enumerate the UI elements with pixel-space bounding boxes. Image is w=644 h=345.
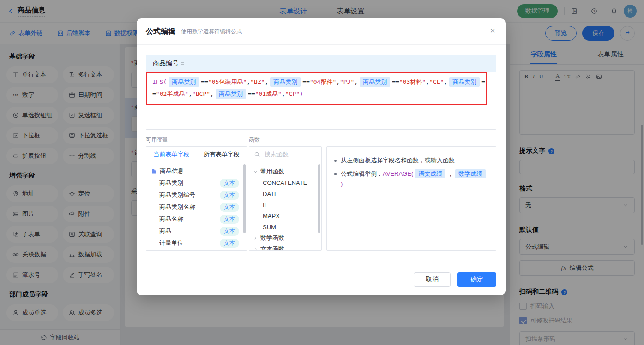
function-item[interactable]: DATE [253,188,318,199]
type-badge: 文本 [220,227,239,236]
example-field-token[interactable]: 语文成绩 [415,169,445,178]
field-token[interactable]: 商品类别 [169,77,199,87]
type-badge: 文本 [220,179,239,188]
function-item[interactable]: MAPX [253,210,318,221]
variables-label: 可用变量 [146,136,247,143]
variable-row[interactable]: 商品类别编号 文本 [151,189,243,201]
functions-panel: 常用函数 CONCATENATEDATEIFMAPXSUM 数学函数 文本函数 [249,146,322,251]
function-group[interactable]: 常用函数 [253,166,318,177]
formula-target: 商品编号 = [146,55,496,72]
field-token[interactable]: 商品类别 [270,77,301,87]
variable-row[interactable]: 商品类别 文本 [151,177,243,189]
field-token[interactable]: 商品类别 [360,77,390,87]
chevron-right-icon [253,247,258,251]
modal-subtitle: 使用数学运算符编辑公式 [181,28,242,36]
type-badge: 文本 [220,203,239,212]
formula-input[interactable]: IFS(商品类别=="05包装用品","BZ",商品类别=="04配件","PJ… [146,72,496,129]
function-group[interactable]: 数学函数 [253,232,318,244]
variables-scrollbar[interactable] [243,164,246,233]
function-item[interactable]: SUM [253,221,318,232]
functions-scrollbar[interactable] [318,164,320,233]
cancel-button[interactable]: 取消 [414,272,451,287]
chevron-down-icon [253,169,258,174]
type-badge: 文本 [220,191,239,200]
close-icon[interactable]: × [490,26,495,35]
type-badge: 文本 [220,239,239,248]
form-doc-icon [151,168,157,174]
tab-all-form-fields[interactable]: 所有表单字段 [197,150,247,159]
functions-label: 函数 [249,136,322,143]
field-token[interactable]: 商品类别 [449,77,480,87]
formula-editor: 商品编号 = IFS(商品类别=="05包装用品","BZ",商品类别=="04… [146,55,496,130]
variable-row[interactable]: 计量单位 文本 [151,237,243,249]
search-icon [254,151,260,158]
function-item[interactable]: IF [253,199,318,210]
tree-root[interactable]: 商品信息 [151,165,243,177]
variable-row[interactable]: 商品类别名称 文本 [151,201,243,213]
tip-example: 公式编辑举例：AVERAGE(语文成绩，数学成绩) [341,169,488,189]
type-badge: 文本 [220,215,239,224]
formula-editor-modal: 公式编辑 使用数学运算符编辑公式 × 商品编号 = IFS(商品类别=="05包… [137,18,506,295]
tips-panel: 从左侧面板选择字段名和函数，或输入函数 公式编辑举例：AVERAGE(语文成绩，… [326,146,496,251]
modal-title: 公式编辑 [146,27,175,36]
tip-line-1: 从左侧面板选择字段名和函数，或输入函数 [341,155,455,166]
function-item[interactable]: CONCATENATE [253,177,318,188]
confirm-button[interactable]: 确定 [457,272,496,287]
function-group[interactable]: 文本函数 [253,244,318,251]
variable-row[interactable]: 商品名称 文本 [151,213,243,225]
variables-panel: 当前表单字段 所有表单字段 商品信息 商品类别 文本 商品类别编号 文本 商品类… [146,146,247,251]
function-search-input[interactable] [264,150,310,158]
tab-current-form-fields[interactable]: 当前表单字段 [146,150,197,159]
field-token[interactable]: 商品类别 [216,89,246,99]
example-field-token[interactable]: 数学成绩 [455,169,486,178]
variable-row[interactable]: 商品 文本 [151,225,243,237]
chevron-right-icon [253,236,258,241]
